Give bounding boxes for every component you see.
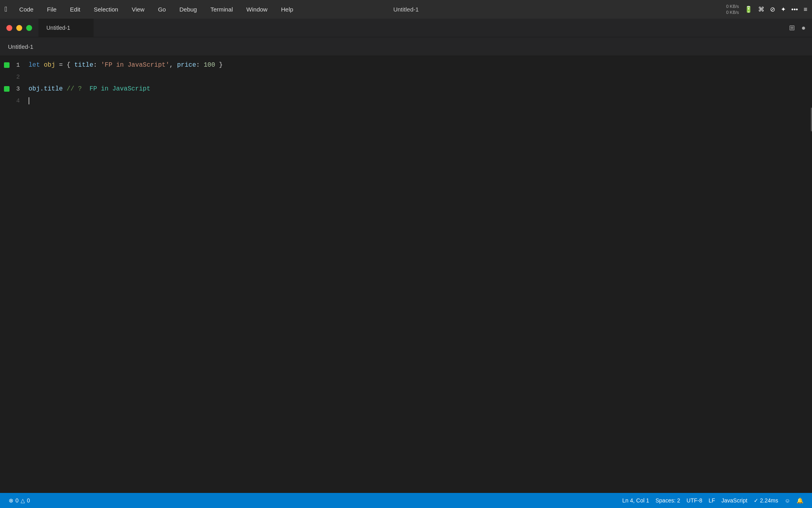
menu-selection[interactable]: Selection bbox=[90, 4, 121, 14]
status-right: Ln 4, Col 1 Spaces: 2 UTF-8 LF JavaScrip… bbox=[620, 496, 806, 504]
minimize-button[interactable] bbox=[16, 25, 22, 31]
bell-icon[interactable]: 🔔 bbox=[794, 496, 806, 504]
status-bar: ⊗ 0 △ 0 Ln 4, Col 1 Spaces: 2 UTF-8 LF J… bbox=[0, 493, 812, 508]
editor-tab[interactable]: Untitled-1 bbox=[38, 19, 94, 37]
var-obj: obj bbox=[44, 62, 55, 69]
error-number: 0 bbox=[15, 497, 19, 504]
menu-window[interactable]: Window bbox=[243, 4, 270, 14]
more-icon[interactable]: ••• bbox=[791, 6, 798, 13]
num-100: 100 bbox=[204, 62, 215, 69]
line-number-4: 4 bbox=[12, 98, 20, 104]
spaces-indicator[interactable]: Spaces: 2 bbox=[653, 496, 682, 504]
code-line-3: obj.title // ? FP in JavaScript bbox=[24, 83, 812, 95]
dot-icon: ● bbox=[801, 24, 806, 32]
error-count[interactable]: ⊗ 0 △ 0 bbox=[6, 496, 33, 504]
warn-number: 0 bbox=[27, 497, 30, 504]
str-fp: 'FP in JavaScript' bbox=[101, 62, 169, 69]
breadcrumb-filename: Untitled-1 bbox=[8, 43, 33, 50]
line-number-2: 2 bbox=[12, 74, 20, 81]
split-editor-icon[interactable]: ⊞ bbox=[789, 23, 795, 32]
traffic-lights bbox=[0, 19, 38, 37]
menu-debug[interactable]: Debug bbox=[176, 4, 200, 14]
menu-help[interactable]: Help bbox=[278, 4, 297, 14]
run-indicator-3 bbox=[4, 86, 10, 92]
code-line-2 bbox=[24, 71, 812, 83]
net-speed: 0 KB/s 0 KB/s bbox=[726, 4, 739, 15]
prop-title: title bbox=[74, 62, 93, 69]
gutter-line-1: 1 bbox=[0, 59, 24, 71]
menu-go[interactable]: Go bbox=[155, 4, 169, 14]
dnd-icon: ⊘ bbox=[770, 6, 775, 13]
battery-icon: 🔋 bbox=[745, 6, 753, 13]
quokka-timing[interactable]: ✓ 2.24ms bbox=[751, 496, 781, 504]
sync-icon: ✦ bbox=[781, 6, 786, 13]
gutter-line-2: 2 bbox=[0, 71, 24, 83]
tab-actions: ⊞ ● bbox=[789, 19, 812, 37]
editor-header: Untitled-1 bbox=[0, 37, 812, 56]
language-indicator[interactable]: JavaScript bbox=[719, 496, 750, 504]
status-left: ⊗ 0 △ 0 bbox=[6, 496, 33, 504]
encoding-indicator[interactable]: UTF-8 bbox=[684, 496, 705, 504]
editor-body: 1 2 3 4 let obj = { title : 'FP in JavaS… bbox=[0, 56, 812, 493]
comment-text: // ? bbox=[63, 85, 82, 92]
code-obj-title: obj.title bbox=[29, 85, 63, 92]
smiley-icon[interactable]: ☺ bbox=[782, 496, 793, 504]
list-icon[interactable]: ≡ bbox=[804, 6, 807, 13]
close-button[interactable] bbox=[6, 25, 12, 31]
code-editor[interactable]: let obj = { title : 'FP in JavaScript' ,… bbox=[24, 56, 812, 493]
keyword-let: let bbox=[29, 62, 40, 69]
menu-file[interactable]: File bbox=[44, 4, 59, 14]
code-line-4 bbox=[24, 95, 812, 107]
maximize-button[interactable] bbox=[26, 25, 32, 31]
line-gutter: 1 2 3 4 bbox=[0, 56, 24, 493]
line-number-1: 1 bbox=[12, 62, 20, 69]
line-number-3: 3 bbox=[12, 86, 20, 92]
prop-price: price bbox=[177, 62, 196, 69]
code-line-1: let obj = { title : 'FP in JavaScript' ,… bbox=[24, 59, 812, 71]
menu-edit[interactable]: Edit bbox=[67, 4, 84, 14]
menu-terminal[interactable]: Terminal bbox=[207, 4, 236, 14]
menubar-right: 0 KB/s 0 KB/s 🔋 ⌘ ⊘ ✦ ••• ≡ bbox=[726, 4, 807, 15]
warn-icon: △ bbox=[21, 497, 25, 504]
window-title: Untitled-1 bbox=[393, 6, 419, 13]
gutter-line-3: 3 bbox=[0, 83, 24, 95]
gutter-line-4: 4 bbox=[0, 95, 24, 107]
menu-code[interactable]: Code bbox=[16, 4, 37, 14]
cursor-position[interactable]: Ln 4, Col 1 bbox=[620, 496, 652, 504]
apple-icon[interactable]:  bbox=[5, 5, 8, 13]
menubar-left:  Code File Edit Selection View Go Debug… bbox=[5, 4, 297, 14]
menubar:  Code File Edit Selection View Go Debug… bbox=[0, 0, 812, 19]
wifi-icon: ⌘ bbox=[758, 6, 764, 13]
run-indicator-1 bbox=[4, 62, 10, 68]
tab-label: Untitled-1 bbox=[46, 25, 70, 31]
eol-indicator[interactable]: LF bbox=[706, 496, 717, 504]
error-icon: ⊗ bbox=[9, 497, 13, 504]
quokka-output: FP in JavaScript bbox=[90, 85, 151, 92]
text-cursor bbox=[29, 97, 29, 104]
menu-view[interactable]: View bbox=[128, 4, 147, 14]
